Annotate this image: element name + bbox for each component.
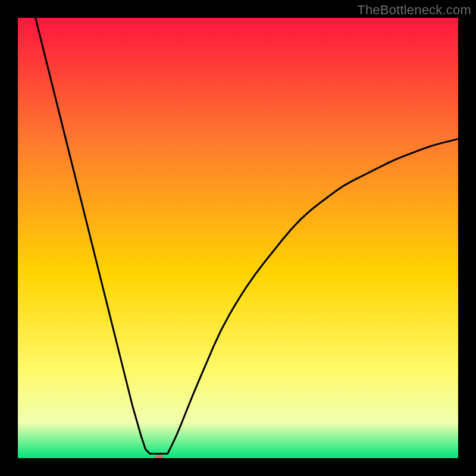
plot-area bbox=[18, 18, 458, 458]
chart-frame: TheBottleneck.com bbox=[0, 0, 476, 476]
minimum-marker bbox=[155, 455, 163, 458]
bottleneck-curve bbox=[18, 18, 458, 458]
watermark-text: TheBottleneck.com bbox=[357, 2, 471, 18]
